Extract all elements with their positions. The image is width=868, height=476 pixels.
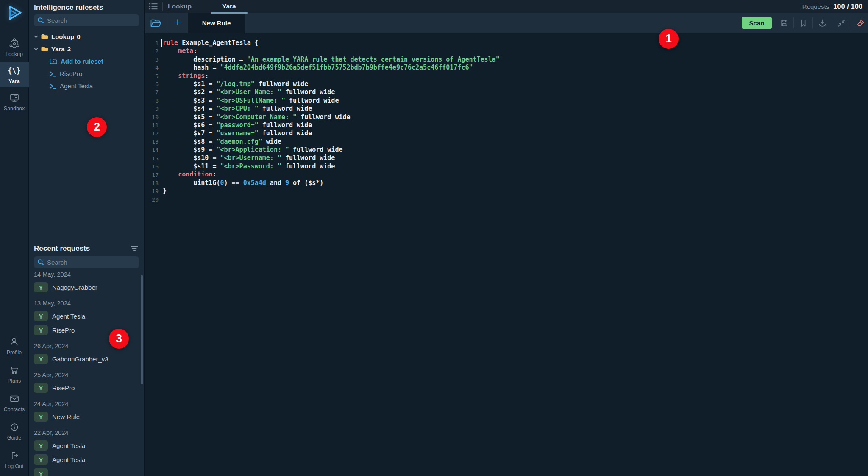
sidebar-item-guide[interactable]: Guide xyxy=(0,419,29,443)
request-name: NagogyGrabber xyxy=(52,284,97,291)
sandbox-icon xyxy=(9,92,20,104)
request-date: 22 Apr, 2024 xyxy=(34,429,139,436)
anyrun-logo[interactable] xyxy=(4,3,25,23)
panel-title: Intelligence rulesets xyxy=(34,3,103,12)
rule-name: Agent Tesla xyxy=(60,82,93,90)
scan-button[interactable]: Scan xyxy=(742,17,772,29)
text-cursor xyxy=(161,39,162,47)
code-content[interactable]: rule Example_AgentTesla { meta: descript… xyxy=(159,39,500,476)
line-number: 14 xyxy=(145,146,159,154)
request-name: Agent Tesla xyxy=(52,456,85,463)
recent-request-group: 25 Apr, 2024YRisePro xyxy=(34,372,139,393)
line-number: 11 xyxy=(145,121,159,129)
code-line: $s11 = "<br>Password: " fullword wide xyxy=(163,162,500,171)
tab-lookup[interactable]: Lookup xyxy=(168,3,192,10)
chevron-down-icon xyxy=(34,35,41,38)
annotation-badge-1: 1 xyxy=(659,29,679,49)
tree-rule-agent-tesla[interactable]: Agent Tesla xyxy=(34,80,141,92)
code-line: $s8 = "daemon.cfg" wide xyxy=(163,138,500,146)
recent-request-item[interactable]: YAgent Tesla xyxy=(34,440,139,451)
folder-name: Yara xyxy=(51,45,65,53)
request-date: 14 May, 2024 xyxy=(34,271,139,278)
new-tab-button[interactable]: + xyxy=(167,13,188,33)
tree-rule-risepro[interactable]: RisePro xyxy=(34,67,141,80)
requests-counter: 100 / 100 xyxy=(833,3,862,11)
sidebar-item-logout[interactable]: Log Out xyxy=(0,448,29,471)
sidebar-item-lookup[interactable]: Lookup xyxy=(0,35,29,60)
download-icon[interactable] xyxy=(817,18,827,28)
filter-icon[interactable] xyxy=(131,246,138,252)
sidebar-item-label: Log Out xyxy=(5,463,23,469)
sidebar-item-profile[interactable]: Profile xyxy=(0,334,29,358)
recent-search[interactable] xyxy=(34,256,139,268)
rulesets-search-input[interactable] xyxy=(47,17,136,24)
recent-request-item[interactable]: YAgent Tesla xyxy=(34,454,139,465)
recent-requests-scrollbar[interactable] xyxy=(141,275,143,384)
tab-yara[interactable]: Yara xyxy=(222,3,236,10)
divider xyxy=(793,17,794,28)
recent-requests-section: Recent requests 14 May, 2024YNagogyGrabb… xyxy=(29,244,144,476)
line-number: 4 xyxy=(145,64,159,72)
code-line: description = "An example YARA rule that… xyxy=(163,56,500,64)
bookmark-icon[interactable] xyxy=(798,18,808,28)
top-bar: Lookup Yara Requests 100 / 100 xyxy=(145,0,868,13)
line-number: 3 xyxy=(145,56,159,64)
profile-icon xyxy=(9,336,19,347)
lookup-icon xyxy=(9,38,20,49)
tree-folder-lookup[interactable]: Lookup 0 xyxy=(34,31,141,43)
tree-folder-yara[interactable]: Yara 2 xyxy=(34,43,141,55)
requests-label: Requests xyxy=(802,3,829,10)
recent-request-item[interactable]: YRisePro xyxy=(34,383,139,393)
add-to-ruleset-button[interactable]: Add to ruleset xyxy=(34,55,141,67)
sidebar-item-label: Contacts xyxy=(4,406,25,412)
code-line xyxy=(163,195,500,203)
request-name: GaboonGrabber_v3 xyxy=(52,356,108,363)
code-line: strings: xyxy=(163,72,500,80)
recent-search-input[interactable] xyxy=(47,259,136,266)
recent-request-item[interactable]: YNew Rule xyxy=(34,412,139,422)
terminal-icon xyxy=(50,83,56,90)
collapse-icon[interactable] xyxy=(836,18,846,28)
divider xyxy=(832,17,832,28)
rulesets-search[interactable] xyxy=(34,14,139,26)
sidebar-item-contacts[interactable]: Contacts xyxy=(0,391,29,414)
code-line: uint16(0) == 0x5a4d and 9 of ($s*) xyxy=(163,179,500,187)
sidebar-item-yara[interactable]: {\} Yara xyxy=(0,62,29,87)
line-number-gutter: 1234567891011121314151617181920 xyxy=(145,39,159,476)
folder-count: 0 xyxy=(77,33,80,40)
line-number: 17 xyxy=(145,171,159,179)
code-line: hash = "4ddfa204bd649f9b26a5def51fbb7575… xyxy=(163,64,500,72)
code-line: rule Example_AgentTesla { xyxy=(163,39,500,47)
recent-request-group: 14 May, 2024YNagogyGrabber xyxy=(34,271,139,292)
sidebar-item-plans[interactable]: Plans xyxy=(0,362,29,386)
folder-name: Lookup xyxy=(51,33,74,40)
line-number: 15 xyxy=(145,154,159,162)
sidebar-item-label: Profile xyxy=(7,350,22,356)
tab-new-rule[interactable]: New Rule xyxy=(188,13,245,33)
rail-bottom-group: Profile Plans Contacts xyxy=(0,334,29,476)
list-icon[interactable] xyxy=(148,2,159,11)
recent-requests-list: 14 May, 2024YNagogyGrabber13 May, 2024YA… xyxy=(29,271,144,476)
recent-request-item[interactable]: YAgent Tesla xyxy=(34,311,139,321)
icon-sidebar: Lookup {\} Yara Sandbox Profile xyxy=(0,0,29,476)
eraser-icon[interactable] xyxy=(855,18,865,28)
recent-request-group: 22 Apr, 2024YAgent TeslaYAgent TeslaY xyxy=(34,429,139,476)
sidebar-item-sandbox[interactable]: Sandbox xyxy=(0,89,29,115)
folder-open-icon xyxy=(150,18,162,28)
line-number: 16 xyxy=(145,162,159,171)
code-line: $s3 = "<br>OSFullName: " fullword wide xyxy=(163,97,500,105)
recent-request-item[interactable]: Y xyxy=(34,468,139,476)
code-editor[interactable]: 1234567891011121314151617181920 rule Exa… xyxy=(145,33,868,476)
recent-request-item[interactable]: YNagogyGrabber xyxy=(34,282,139,292)
open-rules-button[interactable] xyxy=(145,13,167,33)
request-date: 24 Apr, 2024 xyxy=(34,400,139,407)
line-number: 5 xyxy=(145,72,159,80)
save-icon[interactable] xyxy=(779,18,789,28)
yara-type-badge: Y xyxy=(34,383,48,393)
line-number: 1 xyxy=(145,39,159,47)
info-icon xyxy=(9,422,19,433)
cart-icon xyxy=(9,365,19,376)
code-line: $s9 = "<br>Application: " fullword wide xyxy=(163,146,500,154)
request-name: Agent Tesla xyxy=(52,313,85,320)
recent-request-item[interactable]: YGaboonGrabber_v3 xyxy=(34,354,139,364)
